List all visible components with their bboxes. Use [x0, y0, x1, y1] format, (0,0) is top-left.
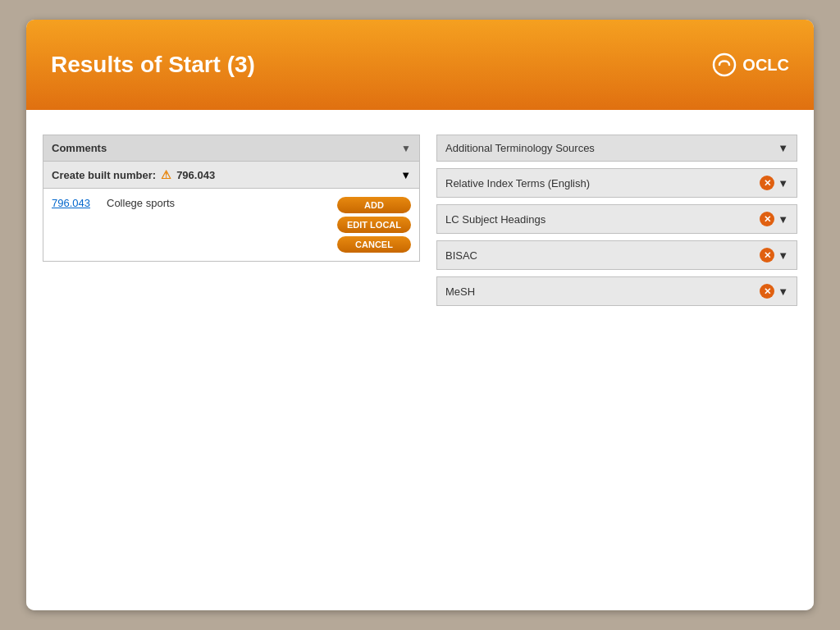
relative-index-label: Relative Index Terms (English) — [445, 177, 590, 189]
lc-subject-close-icon[interactable]: ✕ — [760, 212, 774, 226]
comments-section-bar[interactable]: Comments ▼ — [43, 135, 420, 162]
relative-index-close-icon[interactable]: ✕ — [760, 176, 774, 190]
mesh-chevron-icon: ▼ — [778, 285, 788, 298]
bisac-label: BISAC — [445, 249, 477, 262]
relative-index-controls: ✕ ▼ — [760, 176, 788, 190]
oclc-logo: OCLC — [711, 52, 789, 78]
comments-label: Comments — [52, 142, 107, 154]
create-built-chevron-icon: ▼ — [400, 169, 411, 181]
header: Results of Start (3) OCLC — [26, 20, 814, 110]
relative-index-chevron-icon: ▼ — [778, 177, 788, 189]
left-panel: Comments ▼ Create built number: ⚠ 796.04… — [43, 135, 420, 594]
relative-index-bar[interactable]: Relative Index Terms (English) ✕ ▼ — [436, 168, 797, 198]
oclc-icon — [711, 52, 737, 78]
create-built-text: Create built number: — [52, 169, 156, 181]
svg-point-0 — [714, 54, 735, 75]
mesh-controls: ✕ ▼ — [760, 284, 788, 299]
page-title: Results of Start (3) — [51, 52, 255, 78]
mesh-label: MeSH — [445, 285, 475, 298]
bisac-close-icon[interactable]: ✕ — [760, 248, 774, 262]
warning-icon: ⚠ — [161, 168, 171, 181]
bisac-chevron-icon: ▼ — [778, 249, 788, 262]
additional-terminology-label: Additional Terminology Sources — [445, 142, 595, 154]
built-number: 796.043 — [176, 169, 215, 181]
lc-subject-controls: ✕ ▼ — [760, 212, 788, 226]
built-content-area: 796.043 College sports ADD EDIT LOCAL CA… — [43, 189, 420, 262]
mesh-bar[interactable]: MeSH ✕ ▼ — [436, 276, 797, 306]
action-buttons: ADD EDIT LOCAL CANCEL — [337, 197, 411, 253]
add-button[interactable]: ADD — [337, 197, 411, 213]
create-built-label: Create built number: ⚠ 796.043 — [52, 168, 215, 181]
cancel-button[interactable]: CANCEL — [337, 236, 411, 253]
lc-subject-label: LC Subject Headings — [445, 213, 546, 226]
create-built-bar[interactable]: Create built number: ⚠ 796.043 ▼ — [43, 162, 420, 189]
content-area: Comments ▼ Create built number: ⚠ 796.04… — [26, 110, 814, 610]
mesh-close-icon[interactable]: ✕ — [760, 284, 774, 299]
bisac-controls: ✕ ▼ — [760, 248, 788, 262]
additional-terminology-bar[interactable]: Additional Terminology Sources ▼ — [436, 135, 797, 162]
number-description: College sports — [107, 197, 175, 209]
bisac-bar[interactable]: BISAC ✕ ▼ — [436, 240, 797, 270]
number-link[interactable]: 796.043 — [52, 197, 90, 209]
comments-chevron-icon: ▼ — [401, 143, 411, 154]
app-container: Results of Start (3) OCLC Comments ▼ Cre… — [26, 20, 814, 610]
lc-subject-bar[interactable]: LC Subject Headings ✕ ▼ — [436, 204, 797, 234]
logo-text: OCLC — [742, 56, 789, 75]
right-panel: Additional Terminology Sources ▼ Relativ… — [436, 135, 797, 594]
lc-subject-chevron-icon: ▼ — [778, 213, 788, 226]
additional-terminology-chevron-icon: ▼ — [778, 142, 788, 154]
edit-local-button[interactable]: EDIT LOCAL — [337, 217, 411, 233]
